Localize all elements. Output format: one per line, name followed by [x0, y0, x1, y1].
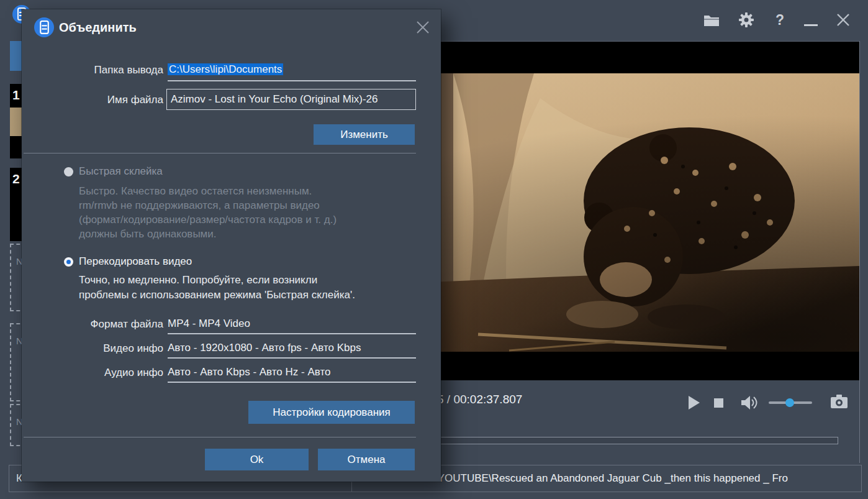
help-icon[interactable]: ?: [771, 11, 789, 29]
divider: [24, 437, 416, 437]
output-folder-label: Папка вывода: [33, 64, 163, 76]
reencode-radio[interactable]: [64, 257, 73, 267]
reencode-label[interactable]: Перекодировать видео: [79, 255, 192, 268]
window-close-icon[interactable]: [834, 11, 852, 29]
dialog-title: Объединить: [59, 21, 137, 35]
video-info-label: Видео инфо: [33, 342, 163, 355]
file-format-label: Формат файла: [33, 318, 163, 331]
reencode-description: Точно, но медленно. Попробуйте, если воз…: [79, 273, 414, 303]
stop-icon[interactable]: [714, 398, 723, 408]
change-button[interactable]: Изменить: [314, 124, 415, 145]
ok-button[interactable]: Ok: [205, 449, 309, 470]
playback-time: 5 / 00:02:37.807: [437, 393, 522, 406]
dialog-app-icon: [34, 17, 54, 37]
fast-merge-label[interactable]: Быстрая склейка: [79, 165, 163, 178]
file-name-label: Имя файла: [33, 94, 163, 106]
volume-icon[interactable]: [740, 395, 757, 413]
merge-dialog: Объединить Папка вывода C:\Users\lipi\Do…: [22, 9, 441, 482]
play-icon[interactable]: [688, 395, 700, 413]
snapshot-camera-icon[interactable]: [831, 394, 848, 411]
audio-info-field[interactable]: Авто - Авто Kbps - Авто Hz - Авто: [168, 364, 416, 383]
video-info-field[interactable]: Авто - 1920x1080 - Авто fps - Авто Kbps: [168, 339, 416, 359]
encoding-settings-button[interactable]: Настройки кодирования: [248, 401, 415, 424]
help-label: ?: [775, 12, 784, 29]
clip-number: 1: [12, 88, 20, 103]
current-file-path: \YOUTUBE\Rescued an Abandoned Jaguar Cub…: [435, 472, 863, 485]
fast-merge-description: Быстро. Качество видео остается неизменн…: [79, 184, 414, 241]
app-window: ? 1 2 N N N: [0, 0, 868, 499]
minimize-icon[interactable]: [802, 11, 820, 29]
fast-merge-radio[interactable]: [64, 167, 73, 176]
file-format-field[interactable]: MP4 - MP4 Video: [168, 315, 416, 334]
volume-slider-thumb[interactable]: [785, 398, 794, 407]
gear-icon[interactable]: [738, 11, 755, 29]
divider: [24, 153, 416, 153]
audio-info-label: Аудио инфо: [33, 367, 163, 379]
panel-edge: [859, 41, 860, 463]
cancel-button[interactable]: Отмена: [318, 449, 415, 470]
output-folder-field[interactable]: C:\Users\lipi\Documents: [168, 60, 416, 81]
dialog-close-icon[interactable]: [415, 19, 431, 35]
open-folder-icon[interactable]: [703, 11, 720, 29]
clip-number: 2: [12, 172, 20, 186]
output-folder-value: C:\Users\lipi\Documents: [168, 63, 283, 75]
seek-bar[interactable]: [440, 437, 838, 444]
file-name-input[interactable]: Azimov - Lost in Your Echo (Original Mix…: [166, 89, 416, 110]
